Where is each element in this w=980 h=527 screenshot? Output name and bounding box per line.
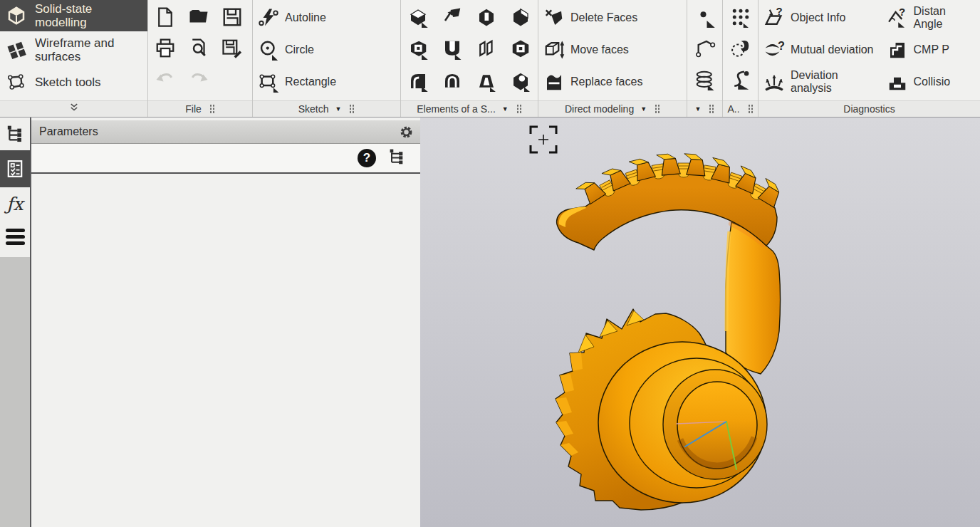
undo-icon	[155, 69, 176, 90]
undo-button[interactable]	[152, 66, 179, 93]
toolbar-group-direct-modeling: Delete Faces Move faces Replace faces Di…	[538, 0, 687, 117]
tab-solid-state-modelling[interactable]: Solid-statemodelling	[0, 0, 147, 31]
preview-button[interactable]	[185, 35, 212, 62]
group-grip-handle[interactable]	[709, 104, 714, 114]
corner-cut-element-icon	[510, 6, 531, 28]
dropdown-arrow-icon[interactable]: ▼	[502, 106, 509, 113]
helix-button[interactable]	[692, 64, 719, 95]
cmp-icon	[887, 39, 908, 61]
group-grip-handle[interactable]	[209, 104, 215, 114]
new-document-button[interactable]	[152, 4, 179, 31]
chamfer-element-button[interactable]	[473, 68, 500, 95]
group-grip-handle[interactable]	[516, 104, 522, 114]
array-copy-icon	[730, 6, 751, 28]
corner-cut-element-button[interactable]	[507, 4, 534, 31]
rectangle-button[interactable]: Rectangle	[253, 66, 400, 98]
boss-direction-element-icon	[442, 6, 463, 28]
group-grip-handle[interactable]	[748, 104, 754, 114]
parameters-panel: Parameters ?	[31, 118, 420, 527]
help-button[interactable]: ?	[358, 149, 376, 167]
slot-element-button[interactable]	[473, 4, 500, 31]
circle-button[interactable]: Circle	[253, 33, 400, 66]
layers-panel-button[interactable]	[0, 220, 30, 253]
replace-faces-icon	[543, 71, 565, 93]
wireframe-surfaces-icon	[4, 38, 28, 62]
redo-button[interactable]	[185, 66, 212, 93]
round-hole-element-icon	[510, 71, 531, 92]
arm-face	[726, 222, 781, 374]
model-tree-panel-button[interactable]	[0, 118, 30, 150]
point-3d-icon	[694, 6, 716, 28]
projection-curve-button[interactable]	[727, 64, 754, 95]
tab-wireframe-and-surfaces[interactable]: Wireframe andsurfaces	[0, 31, 147, 68]
print-icon	[155, 38, 176, 59]
preview-icon	[188, 38, 209, 59]
array-copy-button[interactable]	[727, 1, 754, 33]
rib-element-button[interactable]	[473, 36, 500, 63]
round-hole-element-button[interactable]	[507, 68, 534, 95]
deviation-analysis-button[interactable]: Deviationanalysis	[759, 66, 879, 98]
extrusion-element-icon	[407, 6, 429, 28]
boss-direction-element-button[interactable]	[439, 4, 466, 31]
workspace-tab-list: Solid-statemodelling Wireframe andsurfac…	[0, 0, 148, 117]
shell-element-button[interactable]	[507, 36, 534, 63]
replace-faces-button[interactable]: Replace faces	[538, 66, 687, 98]
pocket-element-button[interactable]	[405, 36, 432, 63]
collision-button[interactable]: Collisio	[882, 66, 956, 98]
open-document-icon	[188, 6, 209, 28]
structure-tree-button[interactable]	[388, 148, 406, 169]
tree-icon	[388, 148, 406, 166]
3d-model[interactable]	[556, 153, 785, 510]
autoline-button[interactable]: Autoline	[253, 1, 400, 33]
dropdown-arrow-icon[interactable]: ▼	[335, 106, 341, 113]
save-as-button[interactable]	[219, 35, 246, 62]
3d-scene	[420, 118, 980, 527]
toolbar-group-file: File	[148, 0, 253, 117]
copy-body-button[interactable]	[727, 33, 754, 64]
delete-faces-button[interactable]: Delete Faces	[538, 1, 687, 33]
group-grip-handle[interactable]	[655, 104, 660, 114]
object-info-button[interactable]: Object Info	[759, 1, 879, 33]
open-document-button[interactable]	[185, 4, 212, 31]
tab-label: Sketch tools	[35, 75, 101, 89]
stack-icon	[6, 229, 25, 245]
projection-curve-icon	[730, 69, 751, 90]
save-button[interactable]	[219, 4, 246, 31]
rectangle-icon	[258, 71, 279, 93]
parameters-panel-content[interactable]	[31, 174, 420, 527]
dome-element-button[interactable]	[439, 68, 466, 95]
dropdown-arrow-icon[interactable]: ▼	[640, 106, 647, 113]
panel-settings-button[interactable]	[397, 123, 415, 140]
hole-element-button[interactable]	[439, 36, 466, 63]
variables-panel-button[interactable]: ƒx	[0, 187, 30, 220]
tab-sketch-tools[interactable]: Sketch tools	[0, 68, 147, 96]
chevron-double-down-icon	[68, 103, 80, 115]
polyline-3d-icon	[694, 38, 716, 59]
move-faces-button[interactable]: Move faces	[538, 33, 687, 66]
dome-element-icon	[442, 71, 463, 92]
group-label-elements: Elements of a S...▼	[401, 100, 538, 117]
parameters-panel-button[interactable]	[0, 150, 30, 187]
mutual-deviation-button[interactable]: Mutual deviation	[759, 33, 879, 66]
print-button[interactable]	[152, 35, 179, 62]
point-3d-button[interactable]	[692, 1, 719, 33]
fillet-element-button[interactable]	[405, 68, 432, 95]
autoline-icon	[258, 7, 279, 28]
group-label-diagnostics: Diagnostics	[759, 100, 980, 117]
ribbon-toolbar: Solid-statemodelling Wireframe andsurfac…	[0, 0, 980, 118]
distance-angle-button[interactable]: DistanAngle	[882, 1, 956, 33]
polyline-3d-button[interactable]	[692, 33, 719, 64]
redo-icon	[188, 69, 209, 90]
helix-icon	[694, 69, 716, 90]
move-faces-icon	[543, 39, 565, 61]
collapse-ribbon-button[interactable]	[0, 100, 147, 117]
fillet-element-icon	[407, 71, 429, 92]
3d-viewport[interactable]	[420, 118, 980, 527]
toolbar-group-sketch: Autoline Circle Rectangle Sketch▼	[253, 0, 401, 117]
cmp-button[interactable]: CMP P	[882, 33, 956, 66]
extrusion-element-button[interactable]	[405, 4, 432, 31]
group-grip-handle[interactable]	[349, 104, 355, 114]
toolbar-group-diagnostics: Object Info Mutual deviation Deviationan…	[759, 0, 980, 117]
dropdown-arrow-icon[interactable]: ▼	[695, 106, 702, 113]
save-icon	[221, 6, 243, 28]
